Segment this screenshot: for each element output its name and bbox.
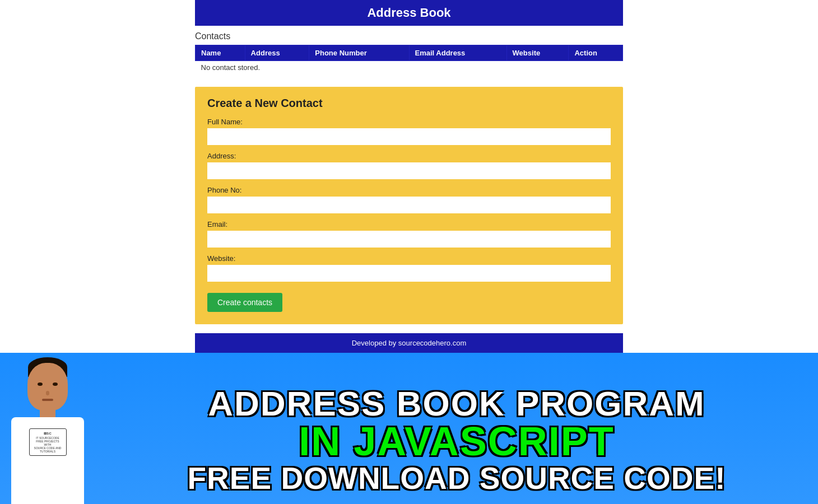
- create-contact-button[interactable]: Create contacts: [207, 293, 282, 312]
- shirt-badge: ⊞SC IT SOURCECODEFREE PROJECTS WITHSOURC…: [29, 428, 67, 456]
- banner-line1: ADDRESS BOOK PROGRAM: [118, 386, 796, 421]
- phone-group: Phone No:: [207, 186, 611, 213]
- table-header-row: Name Address Phone Number Email Address …: [196, 45, 623, 61]
- banner-line2: IN JAVASCRIPT: [118, 421, 796, 461]
- website-label: Website:: [207, 254, 611, 263]
- header-bar: Address Book: [195, 0, 623, 26]
- banner-text-area: ADDRESS BOOK PROGRAM IN JAVASCRIPT FREE …: [95, 386, 818, 496]
- contacts-title: Contacts: [195, 31, 623, 41]
- fullname-input[interactable]: [207, 128, 611, 145]
- email-input[interactable]: [207, 231, 611, 248]
- contacts-table: Name Address Phone Number Email Address …: [195, 45, 623, 74]
- person-neck: [40, 409, 55, 417]
- fullname-group: Full Name:: [207, 118, 611, 145]
- person-silhouette: ⊞SC IT SOURCECODEFREE PROJECTS WITHSOURC…: [8, 363, 87, 504]
- col-website: Website: [506, 45, 569, 61]
- col-email: Email Address: [409, 45, 506, 61]
- col-phone: Phone Number: [309, 45, 409, 61]
- email-label: Email:: [207, 220, 611, 228]
- website-input[interactable]: [207, 265, 611, 282]
- website-group: Website:: [207, 254, 611, 282]
- person-torso: ⊞SC IT SOURCECODEFREE PROJECTS WITHSOURC…: [11, 417, 84, 504]
- person-right-eye: [53, 382, 58, 386]
- address-label: Address:: [207, 152, 611, 160]
- badge-icon: ⊞SC: [32, 431, 63, 435]
- app-area: Address Book Contacts Name Address Phone…: [0, 0, 818, 353]
- contacts-section: Contacts Name Address Phone Number Email…: [195, 26, 623, 77]
- person-left-eye: [38, 382, 43, 386]
- fullname-label: Full Name:: [207, 118, 611, 126]
- bottom-banner: ⊞SC IT SOURCECODEFREE PROJECTS WITHSOURC…: [0, 353, 818, 504]
- table-row: No contact stored.: [196, 61, 623, 74]
- address-input[interactable]: [207, 162, 611, 179]
- banner-line3: FREE DOWNLOAD SOURCE CODE!: [118, 461, 796, 496]
- create-contact-form: Create a New Contact Full Name: Address:…: [195, 87, 623, 324]
- col-name: Name: [196, 45, 245, 61]
- footer-text: Developed by sourcecodehero.com: [195, 339, 623, 347]
- empty-message: No contact stored.: [196, 61, 623, 74]
- page-title: Address Book: [195, 6, 623, 20]
- person-mouth: [42, 399, 53, 401]
- address-group: Address:: [207, 152, 611, 179]
- person-nose: [46, 391, 49, 395]
- person-area: ⊞SC IT SOURCECODEFREE PROJECTS WITHSOURC…: [0, 353, 95, 504]
- col-action: Action: [569, 45, 623, 61]
- col-address: Address: [245, 45, 309, 61]
- phone-label: Phone No:: [207, 186, 611, 194]
- person-head: [27, 363, 68, 410]
- phone-input[interactable]: [207, 197, 611, 213]
- badge-text: IT SOURCECODEFREE PROJECTS WITHSOURCE CO…: [32, 436, 63, 453]
- form-title: Create a New Contact: [207, 97, 611, 110]
- email-group: Email:: [207, 220, 611, 248]
- person-face: [27, 363, 68, 410]
- footer-bar: Developed by sourcecodehero.com: [195, 333, 623, 353]
